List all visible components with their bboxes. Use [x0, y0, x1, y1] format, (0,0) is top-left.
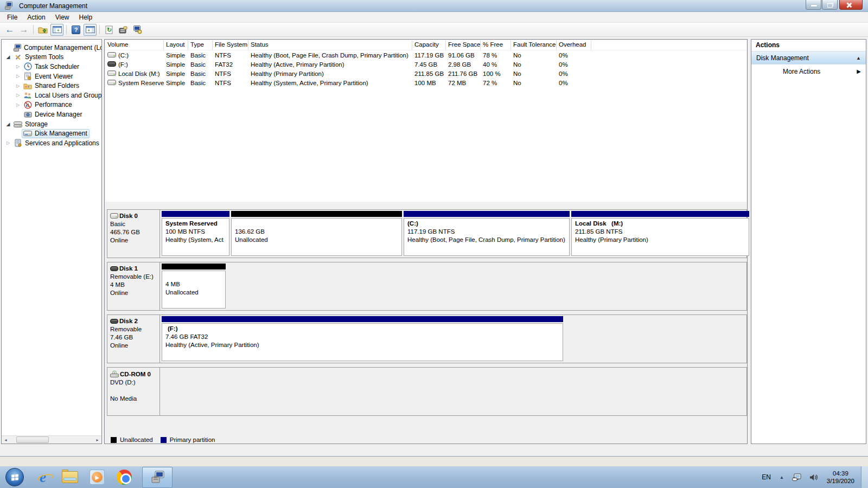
disk-1-row: Disk 1 Removable (E:) 4 MB Online 4 MB U… — [107, 262, 747, 311]
volume-row-f[interactable]: (F:) Simple Basic FAT32 Healthy (Active,… — [105, 60, 746, 69]
desktop-strip[interactable] — [0, 457, 868, 466]
language-indicator[interactable]: EN — [757, 471, 775, 483]
expander-icon[interactable]: ▷ — [14, 102, 22, 107]
tree-item-task-scheduler[interactable]: ▷ Task Scheduler — [2, 62, 101, 72]
actions-group-disk-management[interactable]: Disk Management ▲ — [751, 52, 866, 65]
column-header-file-system[interactable]: File System — [213, 40, 248, 50]
partition-unallocated[interactable]: 136.62 GB Unallocated — [231, 211, 402, 256]
performance-icon — [23, 100, 33, 109]
minimize-button[interactable] — [806, 0, 821, 10]
expander-icon[interactable]: ▷ — [14, 64, 22, 69]
menu-help[interactable]: Help — [74, 12, 98, 22]
partition-m[interactable]: Local Disk (M:) 211.85 GB NTFS Healthy (… — [571, 211, 749, 256]
close-button[interactable] — [839, 0, 863, 10]
partition-f[interactable]: (F:) 7.46 GB FAT32 Healthy (Active, Prim… — [162, 316, 563, 362]
tree-item-event-viewer[interactable]: ▷ Event Viewer — [2, 72, 101, 81]
windows-explorer-icon[interactable] — [59, 466, 81, 488]
cdrom-0-row: CD-ROM 0 DVD (D:) No Media — [107, 367, 747, 416]
toolbar-separator — [33, 25, 34, 34]
disk-1-label[interactable]: Disk 1 Removable (E:) 4 MB Online — [107, 262, 160, 310]
title-bar[interactable]: Computer Management — [0, 0, 868, 12]
windows-logo-icon — [11, 474, 18, 480]
tree-item-computer-management[interactable]: ▷ Computer Management (Local — [2, 43, 101, 53]
menu-view[interactable]: View — [50, 12, 74, 22]
back-arrow-icon[interactable]: ← — [3, 24, 16, 36]
restore-button[interactable] — [822, 0, 838, 10]
tree-item-label: System Tools — [25, 53, 63, 61]
expander-icon[interactable]: ▷ — [14, 93, 22, 98]
tree-item-services-and-applications[interactable]: ▷ Services and Applications — [2, 138, 101, 148]
up-folder-icon[interactable] — [36, 24, 49, 36]
menu-file[interactable]: File — [2, 12, 22, 22]
refresh-icon[interactable]: ↻ — [103, 24, 116, 36]
column-header-capacity[interactable]: Capacity — [412, 40, 446, 50]
expander-icon[interactable]: ◢ — [4, 121, 12, 127]
network-icon[interactable] — [788, 473, 806, 481]
chrome-icon[interactable] — [113, 466, 136, 488]
computer-management-icon — [150, 471, 164, 484]
column-header-volume[interactable]: Volume — [105, 40, 164, 50]
tree-item-label: Computer Management (Local — [24, 44, 102, 52]
submenu-arrow-icon: ▶ — [857, 68, 861, 74]
column-header-fault-tolerance[interactable]: Fault Tolerance — [511, 40, 557, 50]
column-header-pct-free[interactable]: % Free — [481, 40, 511, 50]
console-content: ▷ Computer Management (Local ◢ System To… — [0, 37, 868, 456]
expander-icon[interactable]: ◢ — [4, 54, 12, 60]
show-desktop-button[interactable] — [861, 466, 868, 488]
partition-system-reserved[interactable]: System Reserved 100 MB NTFS Healthy (Sys… — [162, 211, 229, 256]
expander-icon[interactable]: ▷ — [14, 74, 22, 79]
tree-item-shared-folders[interactable]: ▷ Shared Folders — [2, 81, 101, 91]
menu-action[interactable]: Action — [22, 12, 50, 22]
taskbar-button-computer-management[interactable] — [142, 467, 173, 488]
partition-c[interactable]: (C:) 117.19 GB NTFS Healthy (Boot, Page … — [404, 211, 570, 256]
scroll-left-icon[interactable]: ◂ — [2, 436, 10, 444]
clock[interactable]: 04:39 3/19/2020 — [822, 470, 861, 485]
column-header-layout[interactable]: Layout — [164, 40, 188, 50]
column-header-status[interactable]: Status — [248, 40, 412, 50]
internet-explorer-icon[interactable]: e — [31, 466, 54, 488]
event-log-icon — [23, 72, 33, 81]
partition-color-band — [162, 316, 563, 322]
column-header-overhead[interactable]: Overhead — [557, 40, 591, 50]
scrollbar-track[interactable] — [10, 436, 93, 444]
forward-arrow-icon[interactable]: → — [17, 24, 30, 36]
expander-icon[interactable]: ▷ — [14, 84, 22, 88]
disk-management-icon — [23, 129, 33, 138]
collapse-arrow-icon[interactable]: ▲ — [856, 55, 861, 61]
clock-time: 04:39 — [827, 470, 854, 477]
tree-horizontal-scrollbar[interactable]: ◂ ▸ — [2, 435, 101, 444]
volume-icon[interactable] — [806, 473, 822, 481]
tree-item-system-tools[interactable]: ◢ System Tools — [2, 53, 101, 62]
manage-computer-icon[interactable] — [131, 24, 144, 36]
disk-0-label[interactable]: Disk 0 Basic 465.76 GB Online — [107, 210, 160, 258]
tree-item-storage[interactable]: ◢ Storage — [2, 119, 101, 129]
column-header-free-space[interactable]: Free Space — [446, 40, 481, 50]
media-player-icon[interactable]: ▶ — [86, 466, 108, 488]
partition-unallocated[interactable]: 4 MB Unallocated — [162, 264, 226, 309]
tree-item-performance[interactable]: ▷ Performance — [2, 100, 101, 110]
show-console-tree-toggle-icon[interactable] — [50, 24, 63, 36]
volume-row-system-reserved[interactable]: System Reserved Simple Basic NTFS Health… — [105, 78, 746, 87]
tree-item-device-manager[interactable]: ▷ Device Manager — [2, 110, 101, 119]
cdrom-0-label[interactable]: CD-ROM 0 DVD (D:) No Media — [107, 368, 160, 415]
show-action-pane-toggle-icon[interactable] — [84, 24, 97, 36]
disk-0-partitions: System Reserved 100 MB NTFS Healthy (Sys… — [162, 211, 745, 256]
properties-icon[interactable] — [117, 24, 130, 36]
help-icon[interactable]: ? — [69, 24, 82, 36]
toolbar: ← → ? ↻ — [0, 23, 868, 37]
tree-item-label: Local Users and Groups — [35, 92, 102, 99]
volume-row-c[interactable]: (C:) Simple Basic NTFS Healthy (Boot, Pa… — [105, 50, 746, 60]
expander-icon[interactable]: ▷ — [4, 140, 12, 145]
partition-color-band — [571, 211, 749, 217]
column-header-type[interactable]: Type — [188, 40, 213, 50]
more-actions-item[interactable]: More Actions ▶ — [751, 65, 866, 78]
start-button[interactable] — [5, 468, 24, 486]
volume-list-header: Volume Layout Type File System Status Ca… — [105, 40, 746, 50]
volume-row-m[interactable]: Local Disk (M:) Simple Basic NTFS Health… — [105, 69, 746, 78]
tree-item-disk-management[interactable]: ▷ Disk Management — [2, 129, 101, 138]
disk-2-label[interactable]: Disk 2 Removable 7.46 GB Online — [107, 315, 160, 363]
scroll-right-icon[interactable]: ▸ — [93, 436, 101, 444]
tray-chevron-icon[interactable]: ▲ — [775, 475, 788, 480]
scrollbar-thumb[interactable] — [16, 436, 49, 443]
tree-item-local-users-and-groups[interactable]: ▷ Local Users and Groups — [2, 91, 101, 100]
